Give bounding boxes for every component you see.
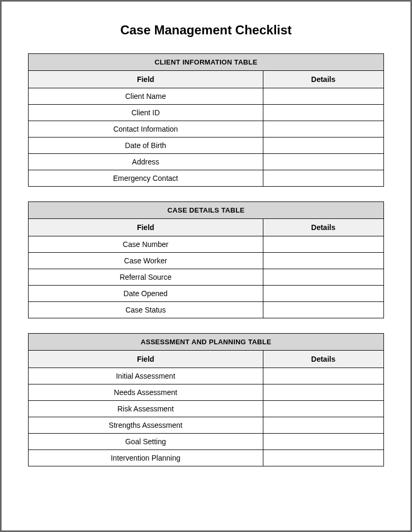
details-cell: [263, 368, 383, 384]
table-row: Goal Setting: [29, 434, 384, 450]
table-row: Client Name: [29, 88, 384, 105]
field-cell: Date of Birth: [29, 137, 263, 154]
details-cell: [263, 121, 383, 137]
details-header: Details: [263, 71, 383, 88]
field-cell: Intervention Planning: [29, 450, 263, 466]
table-title: CLIENT INFORMATION TABLE: [29, 54, 384, 71]
field-cell: Case Worker: [29, 253, 263, 269]
field-cell: Needs Assessment: [29, 384, 263, 401]
field-cell: Client ID: [29, 105, 263, 121]
case-details-table: CASE DETAILS TABLE Field Details Case Nu…: [28, 201, 384, 318]
details-cell: [263, 434, 383, 450]
client-info-section: CLIENT INFORMATION TABLE Field Details C…: [28, 53, 384, 187]
assessment-planning-section: ASSESSMENT AND PLANNING TABLE Field Deta…: [28, 333, 384, 466]
details-cell: [263, 105, 383, 121]
details-header: Details: [263, 219, 383, 236]
field-cell: Contact Information: [29, 121, 263, 137]
table-row: Case Status: [29, 302, 384, 318]
details-cell: [263, 253, 383, 269]
details-cell: [263, 286, 383, 302]
field-cell: Risk Assessment: [29, 401, 263, 417]
table-row: Case Worker: [29, 253, 384, 269]
table-row: Strengths Assessment: [29, 417, 384, 434]
field-cell: Client Name: [29, 88, 263, 105]
client-info-table: CLIENT INFORMATION TABLE Field Details C…: [28, 53, 384, 187]
field-cell: Strengths Assessment: [29, 417, 263, 434]
table-header-row: Field Details: [29, 351, 384, 368]
field-header: Field: [29, 219, 263, 236]
details-cell: [263, 450, 383, 466]
table-row: Emergency Contact: [29, 170, 384, 187]
field-cell: Goal Setting: [29, 434, 263, 450]
table-header-row: Field Details: [29, 71, 384, 88]
details-cell: [263, 269, 383, 286]
field-cell: Address: [29, 154, 263, 170]
details-cell: [263, 88, 383, 105]
table-row: Referral Source: [29, 269, 384, 286]
table-title: ASSESSMENT AND PLANNING TABLE: [29, 334, 384, 351]
case-details-section: CASE DETAILS TABLE Field Details Case Nu…: [28, 201, 384, 318]
details-cell: [263, 170, 383, 187]
field-cell: Initial Assessment: [29, 368, 263, 384]
table-row: Date of Birth: [29, 137, 384, 154]
table-row: Risk Assessment: [29, 401, 384, 417]
table-row: Needs Assessment: [29, 384, 384, 401]
table-row: Contact Information: [29, 121, 384, 137]
details-cell: [263, 384, 383, 401]
details-cell: [263, 417, 383, 434]
details-cell: [263, 137, 383, 154]
table-row: Intervention Planning: [29, 450, 384, 466]
details-cell: [263, 236, 383, 253]
details-cell: [263, 302, 383, 318]
table-row: Case Number: [29, 236, 384, 253]
table-row: Client ID: [29, 105, 384, 121]
field-cell: Date Opened: [29, 286, 263, 302]
assessment-planning-table: ASSESSMENT AND PLANNING TABLE Field Deta…: [28, 333, 384, 466]
table-row: Address: [29, 154, 384, 170]
field-header: Field: [29, 351, 263, 368]
table-row: Initial Assessment: [29, 368, 384, 384]
field-cell: Emergency Contact: [29, 170, 263, 187]
details-cell: [263, 401, 383, 417]
table-title: CASE DETAILS TABLE: [29, 202, 384, 219]
table-header-row: Field Details: [29, 219, 384, 236]
field-cell: Referral Source: [29, 269, 263, 286]
details-header: Details: [263, 351, 383, 368]
field-cell: Case Status: [29, 302, 263, 318]
table-row: Date Opened: [29, 286, 384, 302]
page-title: Case Management Checklist: [28, 23, 384, 38]
details-cell: [263, 154, 383, 170]
field-cell: Case Number: [29, 236, 263, 253]
field-header: Field: [29, 71, 263, 88]
